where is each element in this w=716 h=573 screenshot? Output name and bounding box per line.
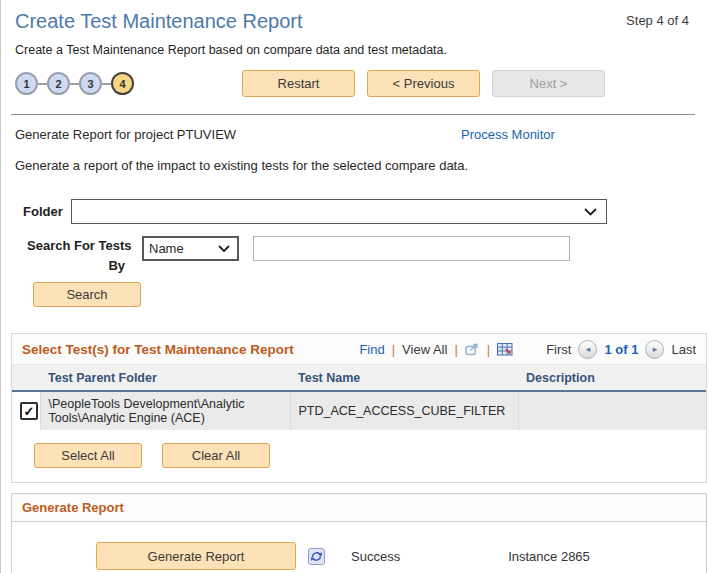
toolbar-separator: | xyxy=(454,342,457,357)
generate-report-button[interactable]: Generate Report xyxy=(96,542,296,570)
cell-description xyxy=(518,391,706,430)
pagination-prev-button[interactable]: ◂ xyxy=(578,340,597,359)
wizard-step-2: 2 xyxy=(47,72,70,95)
column-header-test-parent-folder: Test Parent Folder xyxy=(40,365,290,391)
refresh-icon[interactable] xyxy=(308,548,325,565)
pagination-first-label: First xyxy=(546,342,571,357)
cell-test-name: PTD_ACE_ACCESS_CUBE_FILTER xyxy=(290,391,518,430)
find-link[interactable]: Find xyxy=(359,342,384,357)
chevron-down-icon xyxy=(584,208,597,216)
step-connector xyxy=(38,83,47,85)
chevron-down-icon xyxy=(218,245,230,252)
select-all-button[interactable]: Select All xyxy=(34,443,142,468)
row-checkbox[interactable]: ✓ xyxy=(20,402,38,420)
pagination-next-button[interactable]: ▸ xyxy=(645,340,664,359)
search-input[interactable] xyxy=(253,236,570,261)
wizard-steps: 1 2 3 4 xyxy=(15,72,134,95)
pagination-range: 1 of 1 xyxy=(604,342,638,357)
download-grid-icon[interactable] xyxy=(497,343,513,356)
chevron-right-icon: ▸ xyxy=(653,344,658,354)
page-header: Create Test Maintenance Report Step 4 of… xyxy=(1,0,716,115)
folder-label: Folder xyxy=(23,204,63,219)
test-selection-grid: Select Test(s) for Test Maintenance Repo… xyxy=(11,333,707,483)
toolbar-separator: | xyxy=(487,342,490,357)
process-monitor-link[interactable]: Process Monitor xyxy=(461,127,555,142)
generate-report-section: Generate Report Generate Report Success … xyxy=(11,493,707,573)
table-row: ✓ \PeopleTools Development\Analytic Tool… xyxy=(12,391,706,430)
step-counter: Step 4 of 4 xyxy=(626,13,703,28)
search-button[interactable]: Search xyxy=(33,282,141,307)
wizard-step-3: 3 xyxy=(79,72,102,95)
project-label: Generate Report for project PTUVIEW xyxy=(15,127,236,142)
search-by-select[interactable]: Name xyxy=(142,236,239,261)
cell-test-parent-folder: \PeopleTools Development\Analytic Tools\… xyxy=(40,391,290,430)
search-by-value: Name xyxy=(149,241,184,256)
new-window-icon[interactable] xyxy=(465,342,480,356)
by-label: By xyxy=(27,256,139,276)
column-header-test-name: Test Name xyxy=(290,365,518,391)
checkmark-icon: ✓ xyxy=(24,405,35,418)
grid-title: Select Test(s) for Test Maintenance Repo… xyxy=(22,342,294,357)
page-subtitle: Create a Test Maintenance Report based o… xyxy=(15,43,703,57)
step-connector xyxy=(70,83,79,85)
report-description: Generate a report of the impact to exist… xyxy=(15,158,703,173)
column-header-select xyxy=(12,365,40,391)
generate-report-title: Generate Report xyxy=(22,500,124,515)
column-header-description: Description xyxy=(518,365,706,391)
status-text: Success xyxy=(351,549,400,564)
next-button: Next > xyxy=(492,70,605,97)
step-connector xyxy=(102,83,111,85)
instance-text: Instance 2865 xyxy=(508,549,590,564)
search-for-tests-label: Search For Tests xyxy=(27,236,139,256)
wizard-step-1: 1 xyxy=(15,72,38,95)
page-title: Create Test Maintenance Report xyxy=(15,8,303,34)
section-divider xyxy=(11,114,695,115)
toolbar-separator: | xyxy=(392,342,395,357)
wizard-step-4-active: 4 xyxy=(111,72,134,95)
create-test-maintenance-report-page: Create Test Maintenance Report Step 4 of… xyxy=(0,0,716,573)
view-all-link[interactable]: View All xyxy=(402,342,447,357)
pagination-last-label: Last xyxy=(671,342,696,357)
folder-select[interactable] xyxy=(71,199,607,224)
clear-all-button[interactable]: Clear All xyxy=(162,443,270,468)
restart-button[interactable]: Restart xyxy=(242,70,355,97)
chevron-left-icon: ◂ xyxy=(586,344,591,354)
previous-button[interactable]: < Previous xyxy=(367,70,480,97)
tests-table: Test Parent Folder Test Name Description… xyxy=(12,365,706,430)
